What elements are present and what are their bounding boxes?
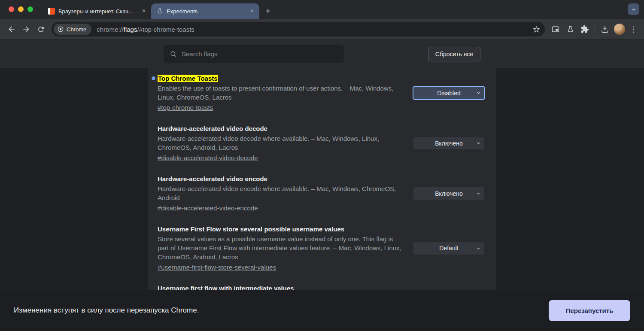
flag-title: Username first flow with intermediate va…: [158, 284, 473, 290]
flag-title: Username First Flow store several possib…: [158, 225, 402, 234]
restart-message: Изменения вступят в силу после перезапус…: [14, 306, 199, 315]
chevron-down-icon: [631, 6, 637, 12]
page-favicon-icon: [48, 8, 55, 15]
tab-close-icon[interactable]: ×: [140, 7, 148, 15]
search-flags-box[interactable]: [164, 45, 344, 63]
browser-menu-button[interactable]: ⋮: [627, 25, 640, 34]
flag-row-hw-video-decode: Hardware-accelerated video decode Hardwa…: [148, 124, 496, 162]
tab-experiments[interactable]: Experiments ×: [151, 3, 259, 19]
search-flags-input[interactable]: [182, 50, 338, 58]
download-icon: [601, 25, 609, 33]
chevron-down-icon: [476, 246, 481, 251]
flag-value-select[interactable]: Включено: [413, 187, 484, 200]
flag-row-username-first-flow-intermediate: Username first flow with intermediate va…: [148, 284, 496, 290]
reload-icon: [37, 25, 45, 33]
chevron-down-icon: [476, 91, 481, 95]
bookmark-button[interactable]: [532, 25, 541, 33]
address-bar[interactable]: Chrome chrome://flags/#top-chrome-toasts: [52, 22, 545, 36]
flag-value-select[interactable]: Включено: [413, 137, 484, 149]
chevron-down-icon: [476, 141, 481, 146]
downloads-button[interactable]: [598, 22, 612, 36]
flask-icon: [566, 25, 574, 33]
flag-title-highlighted: Top Chrome Toasts: [158, 75, 218, 82]
tab-browsers-article[interactable]: Браузеры и интернет. Скача… ×: [43, 3, 151, 19]
flask-icon: [156, 8, 163, 15]
star-icon: [532, 25, 541, 33]
flag-value-select[interactable]: Disabled: [413, 87, 484, 99]
flag-title: Hardware-accelerated video decode: [158, 124, 402, 133]
tab-title: Браузеры и интернет. Скача…: [58, 8, 137, 15]
arrow-forward-icon: [22, 25, 30, 33]
back-button[interactable]: [4, 22, 19, 36]
restart-bar: Изменения вступят в силу после перезапус…: [0, 290, 644, 331]
chrome-labs-button[interactable]: [563, 22, 577, 36]
new-tab-button[interactable]: +: [262, 5, 274, 17]
browser-window: Браузеры и интернет. Скача… × Experiment…: [0, 0, 644, 331]
toolbar-divider: [595, 25, 595, 33]
flags-header: Сбросить все: [0, 40, 644, 68]
flag-row-username-first-flow-store: Username First Flow store several possib…: [148, 225, 496, 272]
window-close-button[interactable]: [9, 6, 14, 12]
chrome-logo-icon: [57, 26, 64, 33]
extensions-button[interactable]: [577, 22, 592, 36]
extensions-puzzle-icon: [580, 25, 589, 33]
forward-button[interactable]: [19, 22, 33, 36]
flag-anchor-link[interactable]: #top-chrome-toasts: [158, 103, 213, 112]
search-icon: [170, 50, 177, 58]
site-chip-label: Chrome: [67, 26, 86, 33]
profile-avatar[interactable]: [614, 24, 625, 35]
url-text: chrome://flags/#top-chrome-toasts: [97, 26, 194, 33]
window-minimize-button[interactable]: [18, 6, 24, 12]
flags-page: Сбросить все Top Chrome Toasts Enables t…: [0, 40, 644, 331]
restart-button[interactable]: Перезапустить: [549, 300, 630, 321]
flag-anchor-link[interactable]: #username-first-flow-store-several-value…: [158, 263, 276, 272]
flag-anchor-link[interactable]: #disable-accelerated-video-decode: [158, 153, 258, 162]
reset-all-button[interactable]: Сбросить все: [428, 47, 480, 61]
flag-value-select[interactable]: Default: [413, 242, 484, 255]
flag-row-top-chrome-toasts: Top Chrome Toasts Enables the use of toa…: [148, 74, 496, 112]
flag-description: Enables the use of toasts to present con…: [158, 84, 402, 102]
flag-row-hw-video-encode: Hardware-accelerated video encode Hardwa…: [148, 174, 496, 213]
window-controls: [9, 6, 33, 12]
flag-title: Hardware-accelerated video encode: [158, 174, 402, 183]
flag-title: Top Chrome Toasts: [158, 74, 402, 83]
site-info-chip[interactable]: Chrome: [54, 24, 91, 35]
window-maximize-button[interactable]: [27, 6, 33, 12]
flag-description: Hardware-accelerated video encode where …: [158, 184, 402, 202]
flags-list: Top Chrome Toasts Enables the use of toa…: [0, 68, 644, 290]
tab-strip: Браузеры и интернет. Скача… × Experiment…: [0, 0, 644, 19]
flag-description: Store several values as a possible usern…: [158, 234, 402, 261]
toolbar: Chrome chrome://flags/#top-chrome-toasts: [0, 19, 644, 40]
chevron-down-icon: [476, 191, 481, 196]
picture-in-picture-icon: [551, 25, 560, 33]
tab-search-chevron-button[interactable]: [628, 3, 639, 15]
flag-anchor-link[interactable]: #disable-accelerated-video-encode: [158, 203, 258, 213]
tab-close-icon[interactable]: ×: [248, 7, 256, 15]
reload-button[interactable]: [33, 22, 48, 36]
flag-description: Hardware-accelerated video decode where …: [158, 134, 402, 152]
picture-in-picture-button[interactable]: [548, 22, 563, 36]
arrow-back-icon: [7, 25, 16, 33]
tab-title: Experiments: [167, 8, 245, 15]
anchor-dot-icon: [152, 76, 155, 80]
